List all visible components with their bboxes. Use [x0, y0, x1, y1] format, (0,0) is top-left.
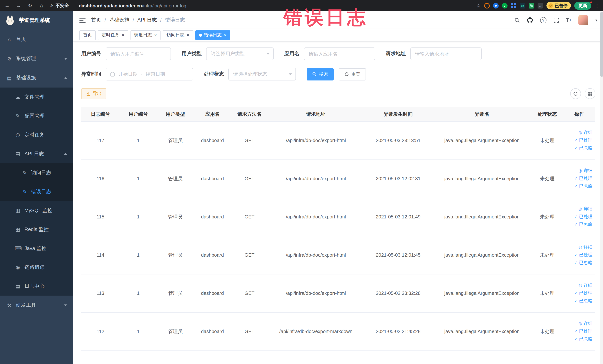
main-panel: 首页/基础设施/API 日志/错误日志 ? TT ▾	[73, 11, 603, 364]
scrollbar[interactable]	[600, 11, 603, 364]
ext-on-badge-icon[interactable]: on	[520, 3, 525, 8]
dev-tools-icon: ⚒	[6, 303, 12, 308]
breadcrumb-item[interactable]: 首页	[91, 17, 101, 23]
browser-menu-icon[interactable]: ⋮	[595, 3, 600, 8]
reset-button[interactable]: 重置	[339, 68, 366, 80]
detail-link[interactable]: ◎详细	[565, 167, 592, 175]
avatar[interactable]	[578, 15, 588, 25]
table-cell: dashboard	[194, 159, 231, 198]
ext-red-ring-icon[interactable]	[484, 3, 489, 8]
watermark-text: 错误日志	[284, 5, 368, 30]
table-cell: java.lang.IllegalArgumentException	[433, 312, 531, 351]
ignored-link[interactable]: ✓已忽略	[565, 297, 592, 305]
sidebar-item-error-log[interactable]: ✎错误日志	[0, 182, 73, 201]
sidebar-item-system-management[interactable]: ⚙系统管理	[0, 49, 73, 68]
ext-blue-dot-icon[interactable]	[493, 3, 499, 8]
tab-access-log[interactable]: 访问日志×	[163, 30, 193, 40]
exception-time-range[interactable]: 开始日期 - 结束日期	[106, 68, 193, 81]
close-icon[interactable]: ×	[122, 33, 124, 37]
tab-error-log[interactable]: 错误日志×	[195, 30, 231, 40]
close-icon[interactable]: ×	[154, 33, 157, 37]
detail-link[interactable]: ◎详细	[565, 205, 592, 213]
sidebar-item-mysql-monitor[interactable]: ▥MySQL 监控	[0, 201, 73, 220]
font-size-icon[interactable]: TT	[566, 17, 571, 23]
paused-badge[interactable]: ☺ 已暂停	[546, 2, 571, 9]
update-button[interactable]: 更新	[574, 2, 591, 10]
detail-link[interactable]: ◎详细	[565, 243, 592, 251]
ext-green-circle-icon[interactable]: V	[502, 3, 507, 8]
sidebar-item-redis-monitor[interactable]: ▦Redis 监控	[0, 220, 73, 239]
browser-home-icon[interactable]: ⌂	[38, 3, 45, 9]
column-settings-button[interactable]	[585, 88, 595, 99]
tab-schedule-log[interactable]: 调度日志×	[130, 30, 161, 40]
app-logo[interactable]: 芋道管理系统	[0, 11, 73, 30]
sidebar-item-log-center[interactable]: ▤日志中心	[0, 277, 73, 295]
ignored-link[interactable]: ✓已忽略	[565, 259, 592, 267]
close-icon[interactable]: ×	[186, 33, 189, 37]
request-url-input[interactable]	[410, 47, 481, 60]
close-icon[interactable]: ×	[224, 33, 227, 37]
reload-icon[interactable]: ↻	[27, 3, 33, 9]
sidebar-item-config-management[interactable]: ✎配置管理	[0, 106, 73, 125]
table-cell: /api/infra/db-doc/export-html	[268, 274, 364, 312]
user-id-input[interactable]	[106, 47, 171, 60]
sidebar-toggle-icon[interactable]	[79, 17, 86, 23]
scrollbar-thumb[interactable]	[600, 12, 603, 77]
fullscreen-icon[interactable]	[554, 17, 559, 23]
breadcrumb-item[interactable]: 基础设施	[109, 17, 129, 23]
sidebar-item-label: 日志中心	[24, 283, 45, 289]
chevron-down-icon	[64, 304, 67, 306]
row-actions: ◎详细✓已处理✓已忽略	[563, 312, 595, 351]
processed-link[interactable]: ✓已处理	[565, 289, 592, 297]
avatar-caret-icon[interactable]: ▾	[595, 18, 597, 22]
ignored-link[interactable]: ✓已忽略	[565, 221, 592, 228]
tab-home[interactable]: 首页	[79, 30, 96, 40]
sidebar-item-dev-tools[interactable]: ⚒研发工具	[0, 295, 73, 315]
tab-scheduled-tasks[interactable]: 定时任务×	[98, 30, 128, 40]
url-bar[interactable]: dashboard.yudao.iocoder.cn/infra/log/api…	[79, 2, 186, 9]
search-button[interactable]: 搜索	[307, 68, 334, 80]
detail-link[interactable]: ◎详细	[565, 129, 592, 137]
bookmark-star-icon[interactable]: ☆	[476, 3, 481, 8]
table-header-row: 日志编号用户编号用户类型应用名请求方法名请求地址异常发生时间异常名处理状态操作	[81, 107, 595, 121]
sidebar-item-link-trace[interactable]: ◉链路追踪	[0, 258, 73, 277]
user-type-select[interactable]: 请选择用户类型	[206, 47, 274, 60]
ignored-link[interactable]: ✓已忽略	[565, 144, 592, 152]
processed-link[interactable]: ✓已处理	[565, 137, 592, 144]
ext-paw-icon[interactable]: ∴	[537, 3, 543, 8]
action-label: 已处理	[579, 213, 592, 221]
sidebar-item-home[interactable]: ⌂首页	[0, 30, 73, 49]
ext-blue-grid-icon[interactable]	[511, 3, 516, 8]
sidebar-item-access-log[interactable]: ✎访问日志	[0, 163, 73, 182]
breadcrumb-item[interactable]: API 日志	[137, 17, 157, 23]
github-icon[interactable]	[527, 17, 533, 23]
ignored-link[interactable]: ✓已忽略	[565, 182, 592, 190]
processed-link[interactable]: ✓已处理	[565, 251, 592, 259]
breadcrumb: 首页/基础设施/API 日志/错误日志	[91, 17, 185, 23]
detail-link[interactable]: ◎详细	[565, 282, 592, 289]
sidebar-item-java-monitor[interactable]: ⌨Java 监控	[0, 239, 73, 258]
search-icon[interactable]	[514, 17, 520, 23]
table-cell: dashboard	[194, 198, 231, 236]
sidebar-item-api-logs[interactable]: ▤API 日志	[0, 144, 73, 163]
sidebar-item-file-management[interactable]: ☁文件管理	[0, 88, 73, 106]
back-icon[interactable]: ←	[4, 3, 10, 9]
processed-link[interactable]: ✓已处理	[565, 328, 592, 335]
processed-link[interactable]: ✓已处理	[565, 213, 592, 221]
help-icon[interactable]: ?	[540, 17, 546, 23]
security-chip[interactable]: ⚠ 不安全	[50, 2, 69, 9]
ignored-link[interactable]: ✓已忽略	[565, 335, 592, 343]
reset-button-label: 重置	[351, 71, 360, 77]
refresh-table-button[interactable]	[570, 88, 581, 99]
table-row: 1161管理员dashboardGET/api/infra/db-doc/exp…	[81, 159, 595, 198]
sidebar-item-scheduled-tasks[interactable]: ◷定时任务	[0, 125, 73, 144]
detail-link[interactable]: ◎详细	[565, 320, 592, 328]
chevron-down-icon	[267, 53, 269, 55]
process-status-select[interactable]: 请选择处理状态	[228, 68, 296, 81]
forward-icon[interactable]: →	[15, 3, 22, 9]
processed-link[interactable]: ✓已处理	[565, 175, 592, 182]
export-button[interactable]: 导出	[81, 88, 106, 99]
sidebar-item-infrastructure[interactable]: ▤基础设施	[0, 68, 73, 88]
ext-leaf-icon[interactable]	[529, 3, 534, 8]
app-name-input[interactable]	[304, 47, 375, 60]
